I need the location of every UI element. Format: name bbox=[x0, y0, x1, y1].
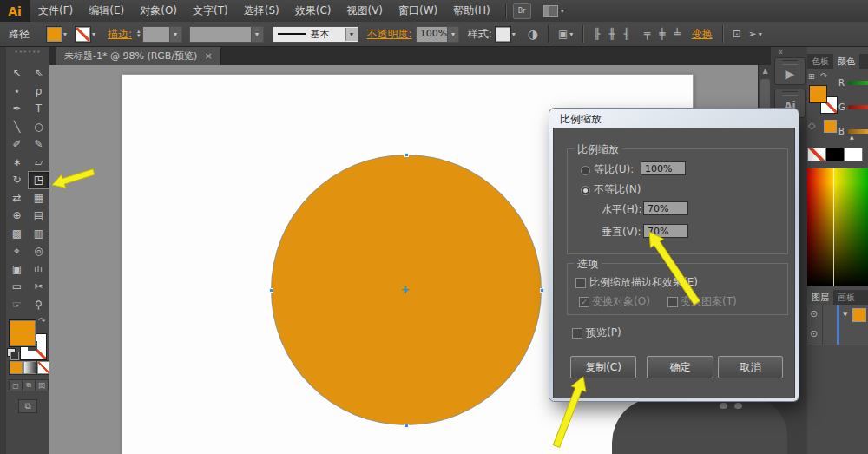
none-swatch[interactable] bbox=[807, 148, 826, 161]
pencil-tool[interactable]: ✎ bbox=[29, 136, 49, 153]
mesh-tool[interactable]: ▩ bbox=[7, 225, 27, 241]
collapse-panels-icon[interactable]: « bbox=[778, 47, 783, 56]
line-segment-tool[interactable]: ╲ bbox=[7, 118, 27, 135]
tab-artboards[interactable]: 画板 bbox=[833, 290, 859, 305]
draw-normal-button[interactable]: ▢ bbox=[9, 379, 23, 391]
isolate-selection-button[interactable]: ➢ ▾ bbox=[745, 28, 766, 40]
brush-definition-select[interactable]: 基本 ▾ bbox=[273, 26, 358, 43]
eraser-tool[interactable]: ▱ bbox=[29, 154, 49, 170]
scale-tool[interactable]: ◳ bbox=[28, 171, 49, 189]
free-transform-tool[interactable]: ▦ bbox=[29, 189, 49, 206]
visibility-eye-icon[interactable]: ⊙ bbox=[810, 328, 818, 339]
blob-brush-tool[interactable]: ∗ bbox=[7, 154, 27, 170]
gradient-mode-button[interactable] bbox=[23, 361, 36, 374]
stroke-panel-link[interactable]: 描边: bbox=[108, 27, 132, 42]
layer-row[interactable]: ⊙ bbox=[807, 325, 868, 345]
close-icon[interactable]: × bbox=[204, 50, 212, 62]
width-tool[interactable]: ⇄ bbox=[7, 189, 27, 206]
menu-effect[interactable]: 效果(C) bbox=[287, 0, 339, 22]
menu-view[interactable]: 视图(V) bbox=[339, 0, 391, 22]
nonuniform-radio[interactable] bbox=[581, 186, 590, 195]
stroke-weight-select[interactable]: ▾ bbox=[142, 26, 182, 43]
selection-tool[interactable]: ↖ bbox=[7, 65, 27, 82]
copy-button[interactable]: 复制(C) bbox=[570, 356, 636, 378]
preview-checkbox[interactable] bbox=[572, 328, 582, 339]
blend-tool[interactable]: ◎ bbox=[29, 243, 49, 260]
panel-fill-swatch[interactable] bbox=[809, 85, 827, 103]
uniform-label[interactable]: 等比(U): bbox=[594, 162, 634, 177]
anchor-point-bottom[interactable] bbox=[404, 424, 409, 428]
anchor-point-right[interactable] bbox=[540, 288, 544, 293]
vertical-input[interactable]: 70% bbox=[643, 224, 688, 238]
transform-panel-link[interactable]: 变换 bbox=[692, 27, 713, 42]
symbol-sprayer-tool[interactable]: ▣ bbox=[7, 260, 27, 277]
none-mode-button[interactable] bbox=[37, 361, 50, 374]
slider-marker-icon[interactable]: ▲ bbox=[850, 134, 854, 140]
transform-objects-checkbox[interactable]: ✓ bbox=[579, 297, 589, 307]
tab-layers[interactable]: 图层 bbox=[807, 290, 833, 305]
color-spectrum[interactable] bbox=[807, 168, 868, 286]
pen-tool[interactable]: ✒ bbox=[7, 101, 27, 117]
default-fill-stroke-icon[interactable] bbox=[7, 348, 18, 359]
white-swatch[interactable] bbox=[844, 148, 863, 161]
workspace-switcher[interactable]: ▾ bbox=[543, 5, 564, 17]
hand-tool[interactable]: ☞ bbox=[7, 296, 27, 313]
bounding-box-button[interactable]: ⊡ bbox=[729, 28, 745, 40]
menu-window[interactable]: 窗口(W) bbox=[391, 0, 445, 22]
transform-patterns-checkbox[interactable] bbox=[667, 297, 678, 307]
menu-help[interactable]: 帮助(H) bbox=[445, 0, 497, 22]
width-profile-select[interactable]: ▾ bbox=[189, 26, 264, 43]
zoom-tool[interactable]: ⚲ bbox=[29, 296, 49, 313]
menu-file[interactable]: 文件(F) bbox=[30, 0, 81, 22]
uniform-radio[interactable] bbox=[581, 166, 590, 175]
align-bottom-button[interactable]: ╧ bbox=[669, 28, 684, 40]
stroke-color-picker[interactable]: ▾ bbox=[76, 27, 95, 42]
tab-color[interactable]: 颜色 bbox=[833, 54, 859, 69]
layer-thumbnail[interactable] bbox=[852, 308, 866, 322]
scale-strokes-label[interactable]: 比例缩放描边和效果(E) bbox=[589, 275, 698, 290]
anchor-point-left[interactable] bbox=[269, 288, 273, 293]
draw-inside-button[interactable]: 回 bbox=[35, 379, 49, 391]
green-channel-slider[interactable] bbox=[848, 105, 868, 109]
last-color-swatch[interactable] bbox=[824, 120, 837, 133]
artboard-tool[interactable]: ▭ bbox=[7, 279, 27, 295]
align-top-button[interactable]: ╤ bbox=[640, 28, 654, 40]
opacity-select[interactable]: 100% ▾ bbox=[416, 26, 459, 43]
align-center-button[interactable]: ╫ bbox=[605, 28, 620, 40]
direct-selection-tool[interactable]: ⇖ bbox=[29, 65, 49, 82]
preview-label[interactable]: 预览(P) bbox=[586, 326, 621, 340]
recolor-artwork-button[interactable]: ◑ bbox=[524, 27, 542, 41]
nonuniform-label[interactable]: 不等比(N) bbox=[594, 182, 641, 197]
type-tool[interactable]: T bbox=[29, 101, 49, 117]
fill-swatch[interactable] bbox=[9, 319, 36, 347]
align-left-button[interactable]: ╟ bbox=[589, 28, 604, 40]
opacity-panel-link[interactable]: 不透明度: bbox=[367, 27, 412, 42]
align-to-button[interactable]: ▣ ▾ bbox=[555, 28, 576, 40]
ellipse-tool[interactable]: ○ bbox=[29, 118, 49, 135]
cancel-button[interactable]: 取消 bbox=[718, 356, 783, 378]
red-channel-slider[interactable] bbox=[848, 81, 868, 85]
align-middle-button[interactable]: ╪ bbox=[654, 28, 669, 40]
ok-button[interactable]: 确定 bbox=[647, 356, 713, 378]
uniform-input[interactable]: 100% bbox=[641, 161, 686, 175]
color-mode-button[interactable] bbox=[10, 361, 23, 374]
menu-select[interactable]: 选择(S) bbox=[236, 0, 287, 22]
horizontal-input[interactable]: 70% bbox=[643, 201, 688, 215]
scale-dialog[interactable]: 比例缩放 比例缩放 等比(U): 100% 不等比(N) 水平(H): 70% … bbox=[549, 109, 799, 401]
swap-fill-stroke-icon[interactable]: ↷ bbox=[38, 316, 45, 326]
eyedropper-tool[interactable]: ⌖ bbox=[7, 243, 27, 260]
style-picker[interactable]: ▾ bbox=[496, 27, 516, 42]
draw-behind-button[interactable]: ⧉ bbox=[22, 379, 36, 391]
layer-expander-icon[interactable]: ▼ bbox=[843, 311, 847, 318]
scale-strokes-checkbox[interactable] bbox=[575, 278, 586, 288]
layer-row[interactable]: ⊙ ▼ bbox=[807, 305, 868, 326]
menu-object[interactable]: 对象(O) bbox=[132, 0, 185, 22]
fill-color-picker[interactable]: ▾ bbox=[47, 27, 67, 42]
slice-tool[interactable]: ✂ bbox=[29, 279, 49, 295]
copy-icon[interactable]: ⊞ bbox=[808, 72, 815, 81]
black-swatch[interactable] bbox=[825, 148, 845, 161]
magic-wand-tool[interactable]: ⋆ bbox=[7, 82, 27, 99]
column-graph-tool[interactable]: ılı bbox=[29, 260, 49, 277]
collapsed-panel-play[interactable]: ▶ bbox=[774, 57, 806, 85]
tab-swatches[interactable]: 色板 bbox=[807, 54, 833, 69]
